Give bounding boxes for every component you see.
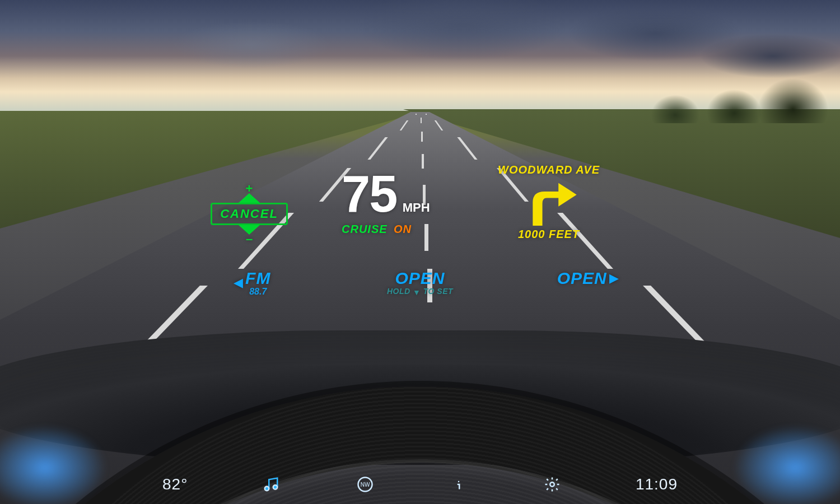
radio-band: FM (245, 269, 270, 288)
cruise-increase-icon[interactable]: + (202, 185, 297, 193)
hud-bottom-row: ◀ FM 88.7 OPEN HOLD ▼ TO SET OPEN ▶ (190, 269, 650, 297)
nav-distance: 1000 FEET (476, 228, 622, 241)
clock: 11:09 (636, 475, 678, 493)
right-slot[interactable]: OPEN ▶ (526, 269, 650, 288)
svg-point-0 (265, 487, 269, 491)
cruise-decrease-icon[interactable]: – (202, 235, 297, 243)
instrument-cluster-bar: 82° NW 11:09 (157, 465, 683, 504)
chevron-left-icon[interactable]: ◀ (234, 276, 243, 290)
speedometer: 75 MPH CRUISE ON (342, 168, 430, 236)
cruise-status: CRUISE ON (342, 223, 430, 236)
outside-temperature: 82° (162, 475, 188, 493)
info-icon[interactable] (449, 474, 469, 494)
music-icon[interactable] (261, 474, 281, 494)
cruise-state: ON (394, 223, 412, 235)
svg-text:NW: NW (360, 482, 370, 488)
compass-icon[interactable]: NW (355, 474, 375, 494)
cruise-label: CRUISE (342, 223, 388, 235)
svg-point-1 (273, 485, 278, 489)
center-slot-hint: HOLD ▼ TO SET (358, 287, 482, 296)
cancel-button[interactable]: CANCEL (211, 203, 288, 225)
speed-value: 75 (342, 168, 396, 220)
nav-street: WOODWARD AVE (476, 164, 622, 176)
chevron-right-icon[interactable]: ▶ (609, 271, 619, 286)
radio-frequency: 88.7 (245, 287, 270, 297)
right-slot-label: OPEN (557, 269, 607, 288)
cruise-adjust-widget[interactable]: + CANCEL – (202, 185, 297, 243)
navigation-panel: WOODWARD AVE 1000 FEET (476, 164, 622, 241)
triangle-down-icon: ▼ (413, 288, 421, 297)
settings-gear-icon[interactable] (542, 474, 562, 494)
center-slot[interactable]: OPEN HOLD ▼ TO SET (358, 269, 482, 296)
radio-slot[interactable]: ◀ FM 88.7 (190, 269, 314, 297)
speed-unit: MPH (403, 200, 430, 215)
heads-up-display: + CANCEL – 75 MPH CRUISE ON WOODWARD AVE… (213, 168, 627, 314)
center-slot-label: OPEN (358, 269, 482, 288)
driving-scene: + CANCEL – 75 MPH CRUISE ON WOODWARD AVE… (0, 0, 840, 504)
turn-right-arrow-icon (515, 179, 582, 227)
svg-point-4 (550, 482, 554, 487)
